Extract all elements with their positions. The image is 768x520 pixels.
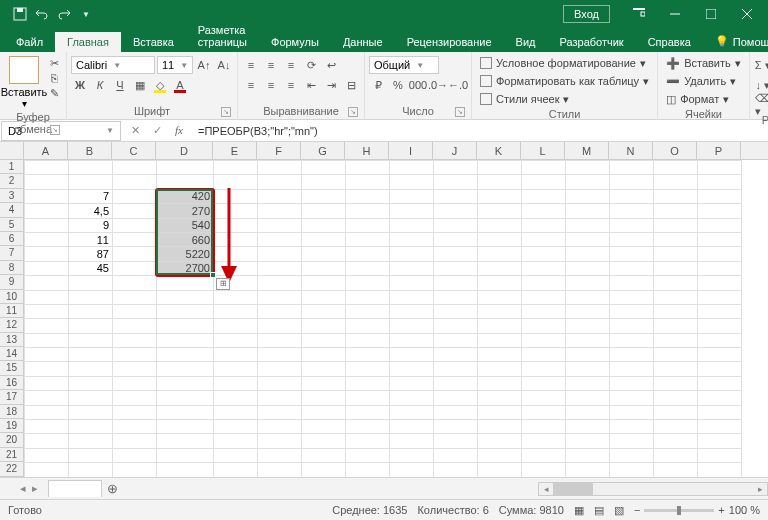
wrap-text-icon[interactable]: ↩ <box>322 56 340 74</box>
tab-review[interactable]: Рецензирование <box>395 32 504 52</box>
redo-icon[interactable] <box>56 6 72 22</box>
cut-icon[interactable]: ✂ <box>46 56 62 70</box>
tab-layout[interactable]: Разметка страницы <box>186 20 259 52</box>
merge-icon[interactable]: ⊟ <box>342 76 360 94</box>
cancel-formula-icon[interactable]: ✕ <box>126 124 144 137</box>
sheet-tab[interactable] <box>48 480 102 497</box>
indent-dec-icon[interactable]: ⇤ <box>302 76 320 94</box>
zoom-level[interactable]: 100 % <box>729 504 760 516</box>
formula-input[interactable]: =ПРЕОБР(B3;"hr";"mn") <box>192 125 768 137</box>
add-sheet-button[interactable]: ⊕ <box>102 481 122 496</box>
insert-cells-button[interactable]: ➕Вставить ▾ <box>662 54 745 72</box>
select-all-corner[interactable] <box>0 142 24 160</box>
dec-decimal-icon[interactable]: ←.0 <box>449 76 467 94</box>
paste-button[interactable]: Вставить ▾ <box>4 54 44 111</box>
copy-icon[interactable]: ⎘ <box>46 71 62 85</box>
svg-rect-1 <box>17 8 23 12</box>
zoom-control[interactable]: − + 100 % <box>634 504 760 516</box>
status-count: Количество: 6 <box>417 504 488 516</box>
group-styles: Условное форматирование ▾ Форматировать … <box>472 52 658 120</box>
status-ready: Готово <box>8 504 42 516</box>
scroll-right-icon[interactable]: ▸ <box>753 484 767 494</box>
tab-home[interactable]: Главная <box>55 32 121 52</box>
save-icon[interactable] <box>12 6 28 22</box>
underline-button[interactable]: Ч <box>111 76 129 94</box>
tab-file[interactable]: Файл <box>4 32 55 52</box>
font-name-select[interactable]: Calibri▼ <box>71 56 155 74</box>
autosum-icon[interactable]: Σ ▾ <box>754 56 768 74</box>
view-layout-icon[interactable]: ▤ <box>594 504 604 517</box>
indent-inc-icon[interactable]: ⇥ <box>322 76 340 94</box>
assistant-button[interactable]: 💡Помощник <box>703 31 768 52</box>
dialog-launcher-icon[interactable]: ↘ <box>221 107 231 117</box>
percent-icon[interactable]: % <box>389 76 407 94</box>
status-average: Среднее: 1635 <box>332 504 407 516</box>
inc-decimal-icon[interactable]: .0→ <box>429 76 447 94</box>
fx-icon[interactable]: fx <box>170 124 188 137</box>
clear-icon[interactable]: ⌫ ▾ <box>754 96 768 114</box>
align-left-icon[interactable]: ≡ <box>242 76 260 94</box>
delete-cells-button[interactable]: ➖Удалить ▾ <box>662 72 740 90</box>
tab-help[interactable]: Справка <box>636 32 703 52</box>
status-bar: Готово Среднее: 1635 Количество: 6 Сумма… <box>0 499 768 520</box>
cells[interactable]: 74204,5270954011660875220452700 ⊞ <box>24 160 768 477</box>
format-cells-button[interactable]: ◫Формат ▾ <box>662 90 733 108</box>
qat-dropdown-icon[interactable]: ▼ <box>78 6 94 22</box>
tab-data[interactable]: Данные <box>331 32 395 52</box>
dialog-launcher-icon[interactable]: ↘ <box>455 107 465 117</box>
align-middle-icon[interactable]: ≡ <box>262 56 280 74</box>
font-size-select[interactable]: 11▼ <box>157 56 193 74</box>
format-as-table-button[interactable]: Форматировать как таблицу ▾ <box>476 72 653 90</box>
insert-icon: ➕ <box>666 57 680 70</box>
border-icon[interactable]: ▦ <box>131 76 149 94</box>
bold-button[interactable]: Ж <box>71 76 89 94</box>
format-painter-icon[interactable]: ✎ <box>46 86 62 100</box>
align-center-icon[interactable]: ≡ <box>262 76 280 94</box>
scroll-thumb[interactable] <box>553 483 593 495</box>
tab-developer[interactable]: Разработчик <box>548 32 636 52</box>
sheet-nav-next-icon[interactable]: ▸ <box>32 482 38 495</box>
tab-formulas[interactable]: Формулы <box>259 32 331 52</box>
login-button[interactable]: Вход <box>563 5 610 23</box>
align-bottom-icon[interactable]: ≡ <box>282 56 300 74</box>
dialog-launcher-icon[interactable]: ↘ <box>348 107 358 117</box>
zoom-in-icon[interactable]: + <box>718 504 724 516</box>
zoom-out-icon[interactable]: − <box>634 504 640 516</box>
ribbon-tabs: Файл Главная Вставка Разметка страницы Ф… <box>0 28 768 52</box>
close-icon[interactable] <box>730 0 764 28</box>
fill-color-icon[interactable]: ◇ <box>151 76 169 94</box>
italic-button[interactable]: К <box>91 76 109 94</box>
align-right-icon[interactable]: ≡ <box>282 76 300 94</box>
sheet-nav-prev-icon[interactable]: ◂ <box>20 482 26 495</box>
spreadsheet-grid[interactable]: ABCDEFGHIJKLMNOP 12345678910111213141516… <box>0 142 768 477</box>
shrink-font-icon[interactable]: A↓ <box>215 56 233 74</box>
column-headers[interactable]: ABCDEFGHIJKLMNOP <box>24 142 768 160</box>
font-color-icon[interactable]: A <box>171 76 189 94</box>
scroll-left-icon[interactable]: ◂ <box>539 484 553 494</box>
clipboard-icon <box>9 56 39 84</box>
orientation-icon[interactable]: ⟳ <box>302 56 320 74</box>
view-pagebreak-icon[interactable]: ▧ <box>614 504 624 517</box>
grow-font-icon[interactable]: A↑ <box>195 56 213 74</box>
tab-insert[interactable]: Вставка <box>121 32 186 52</box>
undo-icon[interactable] <box>34 6 50 22</box>
conditional-formatting-button[interactable]: Условное форматирование ▾ <box>476 54 650 72</box>
svg-rect-5 <box>706 9 716 19</box>
row-headers[interactable]: 12345678910111213141516171819202122 <box>0 160 24 477</box>
maximize-icon[interactable] <box>694 0 728 28</box>
horizontal-scrollbar[interactable]: ◂ ▸ <box>538 482 768 496</box>
view-normal-icon[interactable]: ▦ <box>574 504 584 517</box>
enter-formula-icon[interactable]: ✓ <box>148 124 166 137</box>
sheet-tab-bar: ◂ ▸ ⊕ ◂ ▸ <box>0 477 768 499</box>
minimize-icon[interactable] <box>658 0 692 28</box>
zoom-slider[interactable] <box>644 509 714 512</box>
dialog-launcher-icon[interactable]: ↘ <box>50 125 60 135</box>
autofill-options-icon[interactable]: ⊞ <box>216 278 230 290</box>
tab-view[interactable]: Вид <box>504 32 548 52</box>
currency-icon[interactable]: ₽ <box>369 76 387 94</box>
number-format-select[interactable]: Общий▼ <box>369 56 439 74</box>
cell-styles-button[interactable]: Стили ячеек ▾ <box>476 90 573 108</box>
align-top-icon[interactable]: ≡ <box>242 56 260 74</box>
ribbon-options-icon[interactable] <box>622 0 656 28</box>
comma-icon[interactable]: 000 <box>409 76 427 94</box>
